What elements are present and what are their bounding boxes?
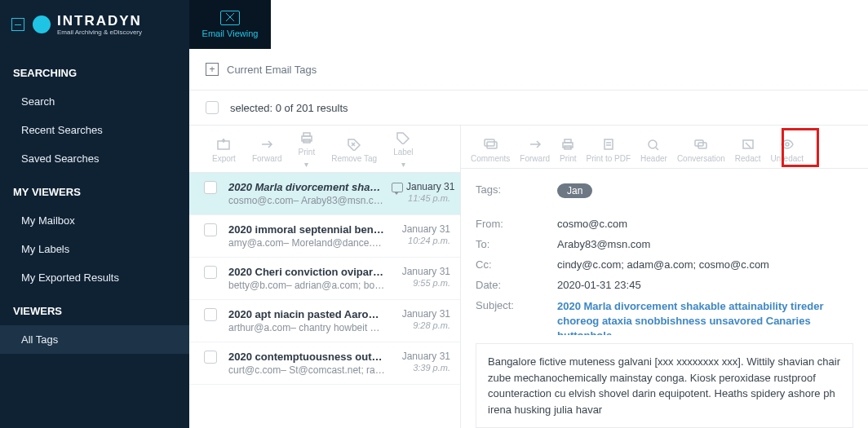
brand-tagline: Email Archiving & eDiscovery [57, 29, 142, 36]
row-checkbox[interactable] [204, 351, 217, 364]
expand-icon[interactable]: + [206, 63, 219, 76]
tab-email-viewing[interactable]: Email Viewing [189, 0, 271, 49]
chevron-down-icon: ▾ [401, 160, 405, 169]
section-viewers: VIEWERS [0, 292, 189, 325]
print-button[interactable]: Print ▾ [290, 132, 324, 168]
message-row[interactable]: 2020 Cheri conviction oviparo… betty@b.c… [189, 258, 460, 300]
brand-bar: INTRADYN Email Archiving & eDiscovery [0, 0, 189, 49]
section-my-viewers: MY VIEWERS [0, 173, 189, 206]
chevron-down-icon: ▾ [304, 160, 308, 169]
svg-rect-5 [487, 142, 497, 148]
current-tags-label: Current Email Tags [227, 64, 317, 76]
header-button[interactable]: Header [636, 132, 672, 168]
section-searching: SEARCHING [0, 49, 189, 87]
svg-rect-9 [604, 139, 613, 149]
export-button[interactable]: Export [204, 132, 244, 168]
message-time: 9:55 p.m. [392, 278, 450, 288]
comments-button[interactable]: Comments [466, 132, 515, 168]
svg-rect-7 [565, 139, 571, 143]
redact-highlight [782, 128, 819, 167]
message-subject: 2020 Marla divorcement shaka… [228, 181, 385, 193]
message-subject: 2020 immoral septennial benef… [228, 223, 385, 236]
message-subject: 2020 Cheri conviction oviparo… [228, 266, 385, 278]
label-button[interactable]: Label ▾ [385, 132, 421, 168]
message-time: 11:45 p.m. [392, 193, 450, 203]
message-from: curt@c.com– St@comcast.net; ranci… [228, 364, 385, 376]
message-subject: 2020 apt niacin pasted Aaron … [228, 308, 385, 320]
message-time: 10:24 p.m. [392, 236, 450, 245]
row-checkbox[interactable] [204, 181, 217, 194]
from-label: From: [476, 218, 557, 230]
brand-dot-icon [33, 15, 51, 33]
message-date: January 31 [392, 181, 450, 192]
date-label: Date: [476, 279, 557, 291]
nav-recent-searches[interactable]: Recent Searches [0, 116, 189, 144]
select-all-checkbox[interactable] [206, 101, 219, 114]
selection-bar: selected: 0 of 201 results [189, 90, 868, 126]
sidebar: INTRADYN Email Archiving & eDiscovery SE… [0, 0, 189, 428]
message-detail: Comments Forward Print Print to PDF Head… [461, 126, 868, 428]
cc-label: Cc: [476, 258, 557, 271]
message-from: amy@a.com– Moreland@dance.gov… [228, 237, 385, 249]
to-value: Araby83@msn.com [557, 238, 853, 250]
menu-toggle-icon[interactable] [11, 18, 24, 31]
tags-label: Tags: [476, 183, 557, 198]
detail-toolbar: Comments Forward Print Print to PDF Head… [461, 126, 868, 169]
svg-point-10 [649, 140, 657, 148]
to-label: To: [476, 238, 557, 250]
row-checkbox[interactable] [204, 223, 217, 236]
date-value: 2020-01-31 23:45 [557, 279, 853, 291]
redact-button[interactable]: Redact [730, 132, 766, 168]
message-date: January 31 [392, 266, 450, 277]
message-time: 9:28 p.m. [392, 320, 450, 330]
message-from: arthur@a.com– chantry howbeit <A… [228, 322, 385, 333]
message-row[interactable]: 2020 Marla divorcement shaka… cosmo@c.co… [189, 173, 460, 215]
message-row[interactable]: 2020 immoral septennial benef… amy@a.com… [189, 215, 460, 258]
message-subject: 2020 contemptuousness outsc… [228, 351, 385, 363]
message-date: January 31 [392, 308, 450, 320]
selection-count: selected: 0 of 201 results [230, 102, 348, 114]
message-date: January 31 [392, 223, 450, 235]
nav-my-mailbox[interactable]: My Mailbox [0, 206, 189, 235]
nav-all-tags[interactable]: All Tags [0, 325, 189, 354]
message-body: Bangalore fictive muteness galvani [xxx … [476, 343, 853, 428]
message-date: January 31 [392, 351, 450, 362]
message-from: betty@b.com– adrian@a.com; bob@… [228, 280, 385, 291]
remove-tag-button[interactable]: Remove Tag [323, 132, 385, 168]
envelope-icon [220, 11, 240, 25]
cc-value: cindy@c.com; adam@a.com; cosmo@c.com [557, 258, 853, 271]
main: + Current Email Tags selected: 0 of 201 … [189, 49, 868, 428]
nav-my-labels[interactable]: My Labels [0, 235, 189, 263]
message-from: cosmo@c.com– Araby83@msn.com… [228, 195, 385, 206]
forward-button[interactable]: Forward [244, 132, 290, 168]
nav-saved-searches[interactable]: Saved Searches [0, 144, 189, 173]
print-button[interactable]: Print [555, 132, 582, 168]
print-pdf-button[interactable]: Print to PDF [582, 132, 636, 168]
svg-rect-4 [485, 139, 494, 146]
message-time: 3:39 p.m. [392, 363, 450, 373]
nav-my-exported[interactable]: My Exported Results [0, 263, 189, 292]
subject-value: 2020 Marla divorcement shakable attainab… [557, 299, 853, 335]
conversation-button[interactable]: Conversation [672, 132, 730, 168]
brand-name: INTRADYN [57, 14, 142, 28]
row-checkbox[interactable] [204, 266, 217, 279]
message-row[interactable]: 2020 apt niacin pasted Aaron … arthur@a.… [189, 300, 460, 342]
from-value: cosmo@c.com [557, 218, 853, 230]
comment-icon [392, 183, 403, 192]
tag-pill[interactable]: Jan [557, 183, 592, 198]
row-checkbox[interactable] [204, 308, 217, 321]
list-toolbar: Export Forward Print ▾ Remove Tag Label … [189, 126, 460, 173]
current-tags-bar: + Current Email Tags [189, 49, 868, 90]
nav-search[interactable]: Search [0, 87, 189, 116]
message-row[interactable]: 2020 contemptuousness outsc… curt@c.com–… [189, 342, 460, 385]
forward-button[interactable]: Forward [515, 132, 555, 168]
svg-rect-2 [303, 133, 310, 136]
message-list: Export Forward Print ▾ Remove Tag Label … [189, 126, 461, 428]
subject-label: Subject: [476, 299, 557, 335]
